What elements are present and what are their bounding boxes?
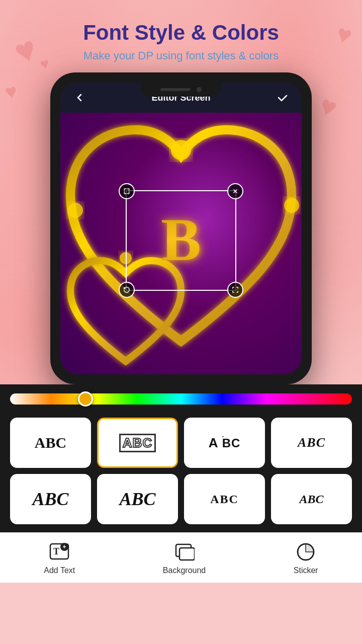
slider-thumb[interactable] [78,391,93,407]
font-preview-6: ABC [119,489,155,510]
nav-sticker-label: Sticker [294,566,318,575]
nav-sticker[interactable]: Sticker [284,537,328,579]
nav-add-text-label: Add Text [44,566,75,575]
add-text-icon: T + [48,541,70,563]
nav-background[interactable]: Background [153,537,216,579]
bottom-panel: ABC ABC A • BC ABC ABC ABC [0,384,362,532]
phone-frame: Editor Screen [50,72,312,384]
canvas-area[interactable]: B [60,113,302,374]
font-preview-4: ABC [298,435,325,450]
title-section: Font Style & Colors Make your DP using f… [73,0,289,72]
notch-camera [197,87,202,92]
phone-screen: Editor Screen [60,83,302,374]
background-icon [173,541,196,563]
font-item-3[interactable]: A • BC [184,418,265,468]
corner-rotate[interactable] [119,282,135,298]
font-item-8[interactable]: ABC [271,474,352,524]
font-preview-7: ABC [210,493,239,506]
font-item-4[interactable]: ABC [271,418,352,468]
phone-mockup: Editor Screen [50,72,312,384]
sticker-icon [295,541,317,563]
color-slider-container [0,384,362,412]
font-preview-1: ABC [35,434,66,451]
svg-point-2 [284,198,299,213]
corner-edit[interactable] [119,183,135,199]
check-button[interactable] [274,89,292,107]
corner-resize[interactable] [227,282,243,298]
notch-speaker [160,88,191,91]
svg-text:T: T [53,546,59,556]
canvas-letter[interactable]: B [161,205,201,275]
font-item-1[interactable]: ABC [10,418,91,468]
nav-background-label: Background [163,566,206,575]
main-title: Font Style & Colors [83,20,279,45]
phone-notch [141,83,221,97]
font-grid: ABC ABC A • BC ABC ABC ABC [0,412,362,532]
svg-point-1 [68,203,83,218]
font-item-5[interactable]: ABC [10,474,91,524]
corner-delete[interactable] [227,183,243,199]
font-item-2[interactable]: ABC [97,418,178,468]
font-item-7[interactable]: ABC [184,474,265,524]
nav-add-text[interactable]: T + Add Text [34,537,85,579]
svg-point-0 [171,140,191,160]
font-preview-2: ABC [119,434,156,452]
font-preview-5: ABC [32,489,68,510]
svg-text:+: + [63,543,66,550]
font-preview-3: A • BC [209,435,241,451]
svg-rect-9 [179,548,195,560]
color-slider-track[interactable] [10,393,352,405]
bottom-nav: T + Add Text Background [0,532,362,583]
font-preview-8: ABC [299,493,323,506]
back-button[interactable] [70,89,88,107]
subtitle: Make your DP using font styles & colors [83,49,279,62]
font-item-6[interactable]: ABC [97,474,178,524]
